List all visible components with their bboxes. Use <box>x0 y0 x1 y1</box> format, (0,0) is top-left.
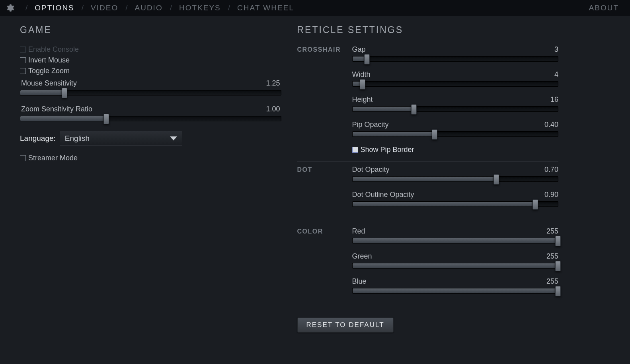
slider-thumb[interactable] <box>411 104 417 115</box>
slider-fill <box>353 107 414 111</box>
green-track[interactable] <box>352 263 559 269</box>
pip-opacity-label: Pip Opacity <box>352 121 389 129</box>
color-section: COLOR Red255 Green255 Blue255 <box>297 227 559 309</box>
dot-heading: DOT <box>297 165 352 173</box>
reset-to-default-button[interactable]: RESET TO DEFAULT <box>297 317 394 333</box>
dot-opacity-slider[interactable]: Dot Opacity0.70 <box>352 165 559 182</box>
slider-fill <box>20 116 106 121</box>
toggle-zoom-row[interactable]: Toggle Zoom <box>20 67 281 75</box>
slider-thumb[interactable] <box>555 261 561 271</box>
chevron-down-icon <box>170 136 177 140</box>
height-value: 16 <box>550 95 558 104</box>
color-heading: COLOR <box>297 227 352 235</box>
show-pip-border-checkbox[interactable] <box>352 147 358 153</box>
width-label: Width <box>352 70 371 79</box>
slider-thumb[interactable] <box>62 88 67 98</box>
mouse-sensitivity-slider[interactable]: Mouse Sensitivity 1.25 <box>20 79 281 95</box>
streamer-mode-row[interactable]: Streamer Mode <box>20 154 281 162</box>
mouse-sens-value: 1.25 <box>266 79 280 88</box>
slider-thumb[interactable] <box>432 129 437 140</box>
slider-thumb[interactable] <box>555 236 561 246</box>
red-slider[interactable]: Red255 <box>352 227 559 243</box>
dot-opacity-value: 0.70 <box>544 165 558 174</box>
blue-value: 255 <box>546 277 558 286</box>
separator: / <box>25 4 27 12</box>
about-link[interactable]: ABOUT <box>589 4 619 12</box>
game-title: GAME <box>20 25 281 35</box>
blue-track[interactable] <box>352 288 559 294</box>
slider-fill <box>353 132 435 136</box>
slider-thumb[interactable] <box>532 199 538 210</box>
streamer-mode-label: Streamer Mode <box>28 154 78 162</box>
crosshair-section: CROSSHAIR Gap3 Width4 Height16 Pip Opaci… <box>297 45 559 162</box>
dot-section: DOT Dot Opacity0.70 Dot Outline Opacity0… <box>297 165 559 223</box>
height-slider[interactable]: Height16 <box>352 95 559 112</box>
enable-console-label: Enable Console <box>28 45 79 54</box>
crosshair-heading: CROSSHAIR <box>297 45 352 53</box>
slider-fill <box>353 263 558 268</box>
game-panel: GAME Enable Console Invert Mouse Toggle … <box>20 25 281 333</box>
divider <box>20 38 281 38</box>
tab-chatwheel[interactable]: CHAT WHEEL <box>237 4 294 12</box>
tab-options[interactable]: OPTIONS <box>35 4 74 12</box>
width-track[interactable] <box>352 81 559 87</box>
language-dropdown[interactable]: English <box>60 131 182 146</box>
gap-track[interactable] <box>352 56 559 62</box>
dot-opacity-track[interactable] <box>352 176 559 182</box>
toggle-zoom-label: Toggle Zoom <box>28 67 70 75</box>
red-value: 255 <box>546 227 558 236</box>
show-pip-border-row[interactable]: Show Pip Border <box>352 146 559 154</box>
slider-thumb[interactable] <box>493 174 499 185</box>
slider-fill <box>353 288 558 293</box>
slider-thumb[interactable] <box>555 286 561 296</box>
gap-slider[interactable]: Gap3 <box>352 45 559 62</box>
pip-opacity-value: 0.40 <box>544 121 558 129</box>
pip-opacity-track[interactable] <box>352 131 559 137</box>
language-label: Language: <box>20 134 56 143</box>
tab-video[interactable]: VIDEO <box>91 4 118 12</box>
width-slider[interactable]: Width4 <box>352 70 559 87</box>
tab-hotkeys[interactable]: HOTKEYS <box>179 4 221 12</box>
streamer-mode-checkbox[interactable] <box>20 155 26 161</box>
slider-fill <box>353 238 558 243</box>
dot-outline-slider[interactable]: Dot Outline Opacity0.90 <box>352 191 559 207</box>
gap-value: 3 <box>554 45 558 54</box>
gear-icon[interactable] <box>5 3 14 13</box>
pip-opacity-slider[interactable]: Pip Opacity0.40 <box>352 121 559 137</box>
red-track[interactable] <box>352 238 559 243</box>
toggle-zoom-checkbox[interactable] <box>20 68 26 74</box>
invert-mouse-label: Invert Mouse <box>28 56 70 64</box>
dot-outline-track[interactable] <box>352 201 559 207</box>
invert-mouse-row[interactable]: Invert Mouse <box>20 56 281 64</box>
reticle-panel: RETICLE SETTINGS CROSSHAIR Gap3 Width4 H… <box>297 25 559 333</box>
blue-label: Blue <box>352 277 367 286</box>
red-label: Red <box>352 227 365 236</box>
height-track[interactable] <box>352 106 559 112</box>
slider-fill <box>353 202 536 206</box>
dot-opacity-label: Dot Opacity <box>352 165 390 174</box>
slider-fill <box>20 90 64 95</box>
invert-mouse-checkbox[interactable] <box>20 57 26 63</box>
zoom-ratio-track[interactable] <box>20 116 281 121</box>
zoom-ratio-value: 1.00 <box>266 105 280 113</box>
separator: / <box>125 4 127 12</box>
reticle-title: RETICLE SETTINGS <box>297 25 559 35</box>
enable-console-checkbox <box>20 47 26 53</box>
mouse-sens-track[interactable] <box>20 90 281 95</box>
zoom-ratio-label: Zoom Sensitivity Ratio <box>21 105 92 113</box>
blue-slider[interactable]: Blue255 <box>352 277 559 294</box>
height-label: Height <box>352 95 373 104</box>
slider-thumb[interactable] <box>103 114 109 124</box>
tab-audio[interactable]: AUDIO <box>135 4 162 12</box>
zoom-ratio-slider[interactable]: Zoom Sensitivity Ratio 1.00 <box>20 105 281 121</box>
green-value: 255 <box>546 252 558 261</box>
separator: / <box>170 4 172 12</box>
language-value: English <box>65 134 90 143</box>
show-pip-border-label: Show Pip Border <box>361 146 414 154</box>
green-slider[interactable]: Green255 <box>352 252 559 269</box>
green-label: Green <box>352 252 372 261</box>
slider-thumb[interactable] <box>364 54 370 64</box>
gap-label: Gap <box>352 45 366 54</box>
slider-thumb[interactable] <box>360 79 365 90</box>
slider-fill <box>353 177 497 181</box>
